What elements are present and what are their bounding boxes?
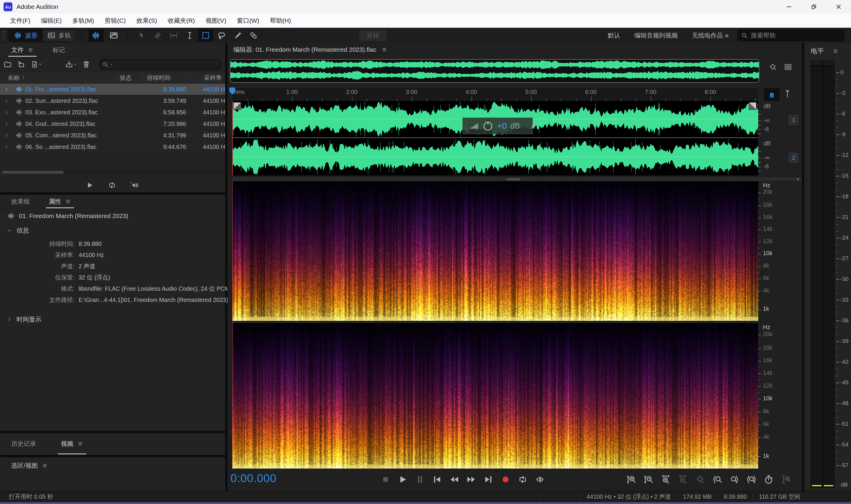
- expand-chevron-icon[interactable]: [0, 145, 13, 149]
- menu-item-favorites[interactable]: 收藏夹(R): [162, 17, 200, 25]
- channel-1-badge[interactable]: 1: [789, 115, 798, 125]
- panel-menu-icon[interactable]: [65, 199, 71, 204]
- column-name[interactable]: 名称↑: [0, 74, 116, 82]
- pause-button[interactable]: [413, 473, 427, 486]
- level-meter-right[interactable]: [822, 66, 834, 488]
- razor-tool[interactable]: [150, 29, 166, 42]
- loop-playback-button[interactable]: [516, 473, 529, 486]
- zoom-selection-button[interactable]: [745, 473, 758, 486]
- tab-video[interactable]: 视频: [57, 433, 87, 454]
- preview-loop-button[interactable]: [108, 181, 116, 190]
- info-section-header[interactable]: 信息: [0, 223, 225, 238]
- expand-chevron-icon[interactable]: [0, 110, 13, 115]
- marquee-selection-tool[interactable]: [198, 29, 214, 42]
- reverse-button[interactable]: 反转: [359, 30, 387, 41]
- menu-item-multitrack[interactable]: 多轨(M): [67, 17, 99, 25]
- zoom-selection-right-button[interactable]: [728, 473, 741, 486]
- minimize-button[interactable]: [777, 0, 801, 14]
- playback-time-display[interactable]: 0:00.000: [231, 472, 276, 485]
- waveform-channel-2-canvas[interactable]: [232, 138, 758, 176]
- hud-gain-value[interactable]: +0: [497, 121, 507, 131]
- spectrogram-channel-1-canvas[interactable]: [232, 181, 758, 321]
- menu-item-edit[interactable]: 编辑(E): [36, 17, 67, 25]
- restore-button[interactable]: [801, 0, 826, 14]
- menu-item-effects[interactable]: 效果(S): [131, 17, 162, 25]
- multitrack-mode-button[interactable]: 多轨: [42, 29, 76, 42]
- expand-chevron-icon[interactable]: [0, 87, 13, 92]
- range-bar-icon[interactable]: [784, 62, 793, 72]
- zoom-in-horizontal-button[interactable]: [659, 473, 672, 486]
- toolbar-grip[interactable]: [1, 30, 6, 41]
- time-display-section-header[interactable]: 时间显示: [0, 311, 225, 327]
- open-file-button[interactable]: [3, 60, 12, 69]
- waveform-channel-2[interactable]: [232, 138, 758, 176]
- skip-selection-button[interactable]: [533, 473, 547, 486]
- level-meter-left[interactable]: [811, 66, 822, 488]
- file-row[interactable]: 04. God...stered 2023).flac7:20.98644100…: [0, 118, 225, 130]
- preview-play-button[interactable]: [86, 181, 94, 189]
- menu-item-help[interactable]: 帮助(H): [265, 17, 296, 25]
- spectrogram-channel-2-canvas[interactable]: [232, 323, 758, 469]
- waveform-display-toggle[interactable]: [88, 29, 104, 42]
- record-button[interactable]: [499, 473, 512, 486]
- import-media-button[interactable]: [65, 60, 77, 69]
- tab-files[interactable]: 文件: [8, 43, 37, 57]
- lasso-selection-tool[interactable]: [214, 29, 230, 42]
- pin-icon[interactable]: [529, 122, 537, 130]
- gain-knob-icon[interactable]: [482, 120, 493, 131]
- column-rate[interactable]: 采样率: [190, 74, 225, 82]
- help-search-field[interactable]: 搜索帮助: [738, 30, 845, 41]
- files-horizontal-scrollbar[interactable]: [1, 170, 224, 174]
- channel-2-badge[interactable]: 2: [789, 153, 798, 162]
- column-duration[interactable]: 持续时间: [143, 74, 190, 82]
- spectrogram-channel-1[interactable]: [232, 181, 758, 321]
- time-selection-tool[interactable]: [182, 29, 198, 42]
- rewind-button[interactable]: [447, 473, 461, 486]
- snap-toggle-button[interactable]: [763, 87, 780, 102]
- waveform-spectral-divider[interactable]: [232, 177, 802, 181]
- file-row[interactable]: 02. Sun...astered 2023).flac3:59.7494410…: [0, 95, 225, 107]
- skip-to-start-button[interactable]: [430, 473, 444, 486]
- delete-button[interactable]: [82, 60, 90, 69]
- panel-menu-icon[interactable]: [42, 463, 48, 469]
- overview-range-bar[interactable]: [230, 59, 759, 83]
- panel-menu-icon[interactable]: [381, 47, 387, 53]
- menu-item-view[interactable]: 视图(V): [200, 17, 232, 25]
- hud-grip[interactable]: [466, 119, 466, 132]
- file-row[interactable]: 05. Com...stered 2023).flac4:31.79944100…: [0, 130, 225, 141]
- menu-item-clip[interactable]: 剪辑(C): [99, 17, 131, 25]
- panel-menu-icon[interactable]: [833, 48, 838, 54]
- scrollbar-thumb[interactable]: [2, 171, 64, 174]
- menu-item-file[interactable]: 文件(F): [5, 17, 36, 25]
- brush-selection-tool[interactable]: [230, 29, 246, 42]
- new-file-button[interactable]: [31, 60, 42, 68]
- tab-markers[interactable]: 标记: [49, 43, 69, 57]
- expand-chevron-icon[interactable]: [0, 133, 13, 138]
- tab-selection-view[interactable]: 选区/视图: [8, 457, 51, 474]
- fade-out-handle[interactable]: [749, 102, 757, 110]
- overview-waveform-canvas[interactable]: [231, 60, 759, 81]
- waveform-mode-button[interactable]: 波形: [9, 29, 42, 42]
- zoom-reset-icon[interactable]: [768, 62, 777, 72]
- expand-chevron-icon[interactable]: [0, 99, 13, 103]
- menu-item-window[interactable]: 窗口(W): [232, 17, 265, 25]
- timer-record-button[interactable]: [762, 473, 775, 486]
- divider-caret-icon[interactable]: [796, 177, 800, 182]
- panel-menu-icon[interactable]: [28, 47, 34, 53]
- zoom-out-vertical-button[interactable]: [642, 473, 655, 486]
- tab-history[interactable]: 历史记录: [8, 433, 40, 454]
- zoom-reset-button[interactable]: [693, 473, 707, 486]
- close-button[interactable]: [826, 0, 851, 14]
- column-status[interactable]: 状态: [116, 74, 143, 82]
- spot-healing-brush-tool[interactable]: [246, 29, 261, 42]
- workspace-edit-audio-to-video[interactable]: 编辑音频到视频: [634, 31, 678, 40]
- move-tool[interactable]: [134, 29, 150, 42]
- zoom-out-horizontal-button[interactable]: [676, 473, 689, 486]
- workspace-default[interactable]: 默认: [608, 31, 620, 40]
- zoom-vertical-selection-button[interactable]: [779, 473, 792, 486]
- workspace-overflow-button[interactable]: »: [725, 31, 729, 40]
- volume-hud[interactable]: +0 dB: [463, 118, 533, 134]
- divider-drag-handle[interactable]: [507, 178, 520, 180]
- fade-in-handle[interactable]: [233, 102, 241, 110]
- play-button[interactable]: [396, 473, 410, 486]
